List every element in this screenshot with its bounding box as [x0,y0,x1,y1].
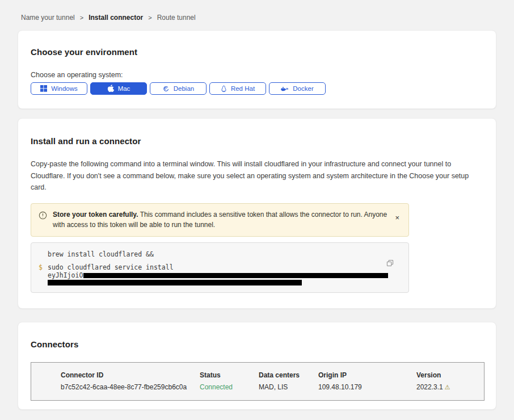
os-button-label: Mac [118,85,130,92]
breadcrumb-separator: > [80,14,83,21]
debian-icon [162,85,170,93]
origin-ip-value: 109.48.10.179 [318,383,416,391]
connector-id-value: b7c52c42-6caa-48ee-8c77-fbe259cb6c0a [61,383,200,391]
os-button-group: Windows Mac Debian [31,82,483,95]
os-select-label: Choose an operating system: [31,71,483,79]
install-card-title: Install and run a connector [31,136,483,146]
redhat-linux-penguin-icon [221,85,227,93]
install-connector-card: Install and run a connector Copy-paste t… [18,118,496,309]
connectors-card-title: Connectors [31,339,483,349]
connectors-card: Connectors Connector ID Status Data cent… [18,322,496,410]
copy-command-button[interactable] [385,258,395,270]
warning-close-button[interactable]: × [393,213,402,222]
os-button-redhat[interactable]: Red Hat [209,82,266,95]
alert-circle-icon [39,211,47,222]
copy-icon [386,260,394,268]
status-badge: Connected [200,383,259,391]
install-description: Copy-paste the following command into a … [31,158,483,194]
version-value: 2022.3.1⚠ [416,383,484,391]
os-button-docker[interactable]: Docker [269,82,326,95]
install-command-code-block: brew install cloudflared && $ sudo cloud… [31,242,409,293]
redacted-token-bar [83,273,388,278]
shell-prompt: $ [39,263,43,271]
os-button-label: Red Hat [231,85,255,92]
apple-icon [107,85,114,93]
warning-title: Store your token carefully. [53,211,138,219]
header-origin-ip: Origin IP [318,371,416,379]
data-centers-value: MAD, LIS [259,383,318,391]
os-button-label: Debian [174,85,194,92]
docker-whale-icon [281,86,289,92]
breadcrumb: Name your tunnel > Install connector > R… [18,0,496,30]
version-warning-icon: ⚠ [445,384,450,390]
tunnel-setup-page: Name your tunnel > Install connector > R… [0,0,514,420]
breadcrumb-step-install-connector: Install connector [89,14,143,22]
windows-icon [40,85,47,92]
os-button-debian[interactable]: Debian [150,82,207,95]
connectors-table-header: Connector ID Status Data centers Origin … [61,371,484,379]
environment-card-title: Choose your environment [31,47,483,57]
breadcrumb-step-name-tunnel[interactable]: Name your tunnel [21,14,75,22]
code-line-brew: brew install cloudflared && [48,250,386,258]
redacted-token-bar [48,280,302,285]
breadcrumb-separator: > [148,14,151,21]
os-button-windows[interactable]: Windows [31,82,87,95]
header-connector-id: Connector ID [61,371,200,379]
code-line-token: eyJhIjoiO [48,271,386,279]
warning-text: Store your token carefully. This command… [53,209,387,230]
code-line-service-install: $ sudo cloudflared service install [48,263,386,271]
os-button-label: Windows [51,85,78,92]
header-data-centers: Data centers [259,371,318,379]
os-button-label: Docker [293,85,313,92]
header-version: Version [416,371,484,379]
breadcrumb-step-route-tunnel: Route tunnel [157,14,196,22]
token-visible-prefix: eyJhIjoiO [48,271,83,279]
connectors-table: Connector ID Status Data centers Origin … [31,362,484,401]
token-warning-banner: Store your token carefully. This command… [31,203,409,237]
os-button-mac[interactable]: Mac [90,82,147,95]
choose-environment-card: Choose your environment Choose an operat… [18,30,496,109]
table-row: b7c52c42-6caa-48ee-8c77-fbe259cb6c0a Con… [61,383,484,391]
header-status: Status [200,371,259,379]
